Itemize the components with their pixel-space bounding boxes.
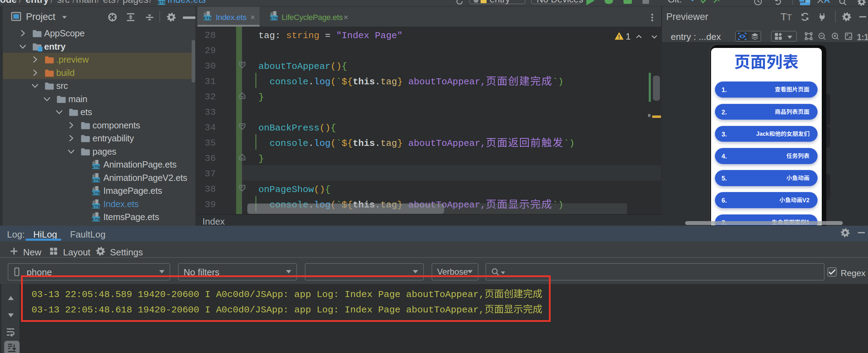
svg-text:ETS: ETS: [204, 16, 212, 20]
svg-text:ETS: ETS: [92, 204, 100, 208]
svg-text:ETS: ETS: [92, 217, 100, 221]
svg-text:ETS: ETS: [92, 178, 100, 182]
svg-text:ETS: ETS: [92, 191, 100, 195]
svg-text:ETS: ETS: [158, 0, 165, 5]
svg-text:ETS: ETS: [92, 165, 100, 169]
svg-text:ETS: ETS: [270, 16, 278, 20]
